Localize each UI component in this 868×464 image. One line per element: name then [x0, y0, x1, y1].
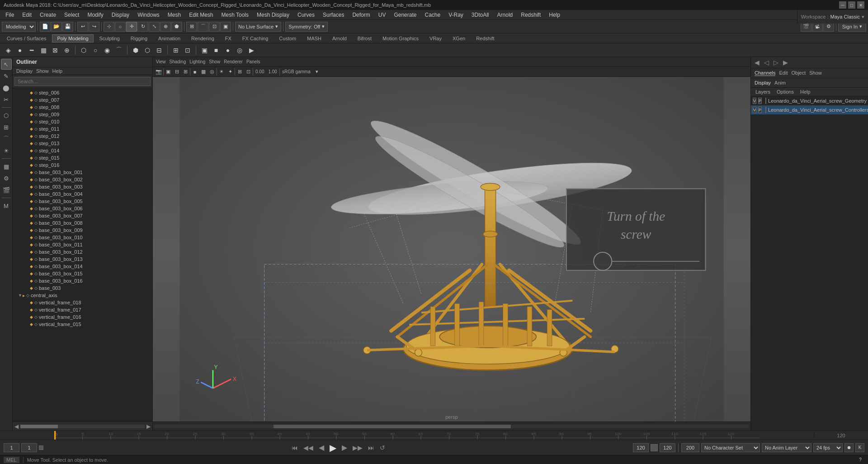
new-scene-button[interactable]: 📄	[40, 22, 51, 32]
tab-redshift[interactable]: Redshift	[471, 34, 499, 43]
menu-edit-mesh[interactable]: Edit Mesh	[185, 10, 217, 20]
universal-tool-button[interactable]: ⊕	[160, 22, 171, 32]
outliner-item[interactable]: ▼▸◇central_axis	[13, 292, 152, 299]
outliner-scrollbar-track[interactable]	[20, 425, 145, 428]
skip-to-end-btn[interactable]: ⏭	[367, 444, 376, 451]
outliner-item[interactable]: ◆◇step_011	[13, 125, 152, 133]
outliner-search-input[interactable]	[14, 77, 151, 86]
layer-playback-ctrl[interactable]: P	[758, 107, 762, 113]
outliner-item[interactable]: ◆◇base_003_box_005	[13, 198, 152, 205]
outliner-item[interactable]: ◆◇vertical_frame_016	[13, 313, 152, 321]
scale-tool-button[interactable]: ⤡	[149, 22, 160, 32]
create-nurbs-left[interactable]: ⊞	[1, 122, 12, 133]
open-scene-button[interactable]: 📂	[51, 22, 62, 32]
smooth-btn[interactable]: ●	[222, 45, 233, 56]
tab-motion-graphics[interactable]: Motion Graphics	[377, 34, 424, 43]
paint-tool-left[interactable]: ✎	[1, 71, 12, 81]
redo-button[interactable]: ↪	[89, 22, 99, 32]
tab-curves-surfaces[interactable]: Curves / Surfaces	[2, 34, 51, 43]
outliner-item[interactable]: ◆◇step_010	[13, 118, 152, 125]
vp-menu-lighting[interactable]: Lighting	[188, 59, 207, 65]
outliner-scrollbar-thumb[interactable]	[20, 425, 58, 428]
menu-uv[interactable]: UV	[375, 10, 390, 20]
outliner-item[interactable]: ◆◇base_003	[13, 284, 152, 292]
vp-all-lights[interactable]: ✦	[226, 68, 234, 76]
script-mode-label[interactable]: MEL	[4, 457, 19, 463]
menu-display[interactable]: Display	[108, 10, 133, 20]
maximize-button[interactable]: □	[848, 1, 855, 9]
timeline-track[interactable]: 0 5 10 15 20 25 30 35 40 45 50 55 60	[54, 431, 760, 440]
nav-prev2-btn[interactable]: ◁	[762, 59, 771, 66]
options-tab[interactable]: Options	[774, 89, 797, 95]
sculpt-tool-left[interactable]: ⬤	[1, 82, 12, 93]
outliner-item[interactable]: ◆◇base_003_box_007	[13, 212, 152, 219]
outliner-item[interactable]: ◆◇step_007	[13, 96, 152, 104]
key-all-btn[interactable]: K	[855, 443, 864, 452]
create-mesh-left[interactable]: ⬡	[1, 110, 12, 121]
vp-menu-renderer[interactable]: Renderer	[222, 59, 244, 65]
render-btn-left[interactable]: 🎬	[1, 185, 12, 195]
layer-visibility-ctrl[interactable]: V	[753, 107, 756, 113]
soft-select-button[interactable]: ⬟	[171, 22, 182, 32]
snap-point-button[interactable]: ⊡	[209, 22, 220, 32]
anim-layer-selector[interactable]: No Anim Layer	[762, 443, 811, 452]
current-frame-input[interactable]	[4, 443, 19, 452]
outliner-item[interactable]: ◆◇base_003_box_015	[13, 270, 152, 277]
outliner-item[interactable]: ◆◇vertical_frame_018	[13, 299, 152, 306]
outliner-item[interactable]: ◆◇base_003_box_009	[13, 227, 152, 234]
outliner-scroll-left[interactable]: ◀	[14, 423, 19, 430]
character-set-selector[interactable]: No Character Set	[701, 443, 760, 452]
menu-redshift[interactable]: Redshift	[517, 10, 544, 20]
menu-arnold[interactable]: Arnold	[494, 10, 517, 20]
wireframe-btn[interactable]: ▣	[199, 45, 210, 56]
snap-grid-button[interactable]: ⊞	[186, 22, 197, 32]
symmetry-button[interactable]: Symmetry: Off ▾	[285, 22, 328, 32]
outliner-tab-display[interactable]: Display	[16, 68, 33, 74]
tab-custom[interactable]: Custom	[274, 34, 301, 43]
outliner-item[interactable]: ◆◇vertical_frame_017	[13, 306, 152, 313]
menu-3dtoall[interactable]: 3DtoAll	[468, 10, 493, 20]
outliner-item[interactable]: ◆◇step_013	[13, 140, 152, 147]
poly-bridge-btn[interactable]: ⊟	[154, 45, 165, 56]
menu-mesh-tools[interactable]: Mesh Tools	[218, 10, 252, 20]
menu-modify[interactable]: Modify	[84, 10, 107, 20]
vp-menu-show[interactable]: Show	[208, 59, 222, 65]
outliner-item[interactable]: ◆◇base_003_box_006	[13, 205, 152, 212]
shaded-btn[interactable]: ■	[211, 45, 222, 56]
outliner-item[interactable]: ◆◇base_003_box_002	[13, 176, 152, 183]
nav-next-btn[interactable]: ▶	[781, 59, 790, 66]
menu-curves[interactable]: Curves	[294, 10, 318, 20]
menu-surfaces[interactable]: Surfaces	[319, 10, 348, 20]
tab-xgen[interactable]: XGen	[448, 34, 470, 43]
step-back-btn[interactable]: ◀	[317, 443, 326, 452]
show-tab-right[interactable]: Show	[809, 70, 822, 76]
menu-mesh-display[interactable]: Mesh Display	[253, 10, 293, 20]
nav-next2-btn[interactable]: ▷	[772, 59, 780, 66]
outliner-tab-help[interactable]: Help	[52, 68, 63, 74]
outliner-item[interactable]: ◆◇vertical_frame_015	[13, 321, 152, 328]
select-edge-btn[interactable]: ━	[26, 45, 37, 56]
nav-prev-btn[interactable]: ◀	[753, 59, 761, 66]
edit-tab[interactable]: Edit	[779, 70, 788, 76]
outliner-item[interactable]: ◆◇base_003_box_003	[13, 183, 152, 190]
outliner-item[interactable]: ◆◇base_003_box_013	[13, 256, 152, 263]
auto-key-btn[interactable]: ⏺	[844, 443, 854, 452]
outliner-item[interactable]: ◆◇base_003_box_011	[13, 241, 152, 248]
select-tool-left[interactable]: ↖	[1, 59, 12, 70]
attr-btn-left[interactable]: ⚙	[1, 173, 12, 184]
tab-animation[interactable]: Animation	[153, 34, 185, 43]
outliner-item[interactable]: ◆◇base_003_box_008	[13, 219, 152, 227]
viewport-scrollbar[interactable]	[155, 425, 749, 428]
outliner-item[interactable]: ◆◇step_008	[13, 104, 152, 111]
live-surface-button[interactable]: No Live Surface ▾	[235, 22, 281, 32]
workspace-selector[interactable]: Workspace : Maya Classic ▾	[797, 10, 868, 24]
plugin-btn-left[interactable]: M	[1, 200, 12, 211]
outliner-item[interactable]: ◆◇step_015	[13, 154, 152, 161]
vp-shaded-icon[interactable]: ■	[191, 68, 199, 76]
fps-selector[interactable]: 24 fps	[813, 443, 843, 452]
cut-tool-left[interactable]: ✂	[1, 94, 12, 105]
layer-btn-left[interactable]: ▦	[1, 161, 12, 172]
snap-view-button[interactable]: ▣	[220, 22, 231, 32]
poly-combine-btn[interactable]: ⊞	[170, 45, 181, 56]
snap-curve-button[interactable]: ⌒	[198, 22, 208, 32]
